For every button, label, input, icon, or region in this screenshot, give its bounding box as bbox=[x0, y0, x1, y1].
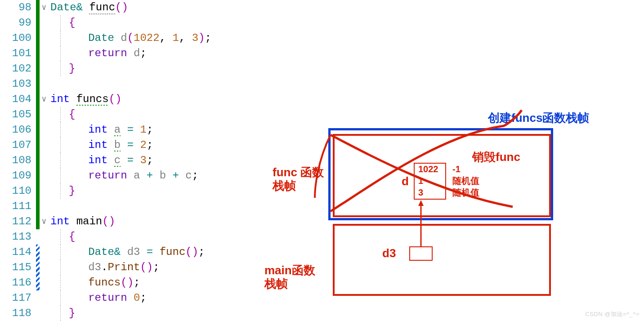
line-number: 100 bbox=[0, 31, 36, 46]
line-number: 111 bbox=[0, 199, 36, 214]
code-line: 118 } bbox=[0, 306, 644, 321]
line-number: 116 bbox=[0, 275, 36, 290]
code-line: 109 return a + b + c; bbox=[0, 168, 644, 183]
code-line: 113 { bbox=[0, 229, 644, 245]
code-line: 100 Date d(1022, 1, 3); bbox=[0, 31, 644, 46]
change-bar bbox=[36, 15, 40, 31]
fold-chevron-icon[interactable]: ∨ bbox=[40, 0, 49, 15]
line-number: 103 bbox=[0, 76, 36, 92]
code-line: 114 Date& d3 = func(); bbox=[0, 245, 644, 260]
line-number: 112 bbox=[0, 214, 36, 229]
line-number: 110 bbox=[0, 183, 36, 199]
line-number: 117 bbox=[0, 290, 36, 306]
line-number: 115 bbox=[0, 260, 36, 275]
code-line: 116 funcs(); bbox=[0, 275, 644, 290]
code-line: 117 return 0; bbox=[0, 290, 644, 306]
change-bar bbox=[36, 0, 40, 15]
line-number: 99 bbox=[0, 15, 36, 31]
line-number: 106 bbox=[0, 122, 36, 138]
fold-chevron-icon[interactable]: ∨ bbox=[40, 214, 49, 229]
line-number: 108 bbox=[0, 153, 36, 168]
code-line: 106 int a = 1; bbox=[0, 122, 644, 138]
code-line: 112 ∨ int main() bbox=[0, 214, 644, 229]
modified-bar bbox=[36, 245, 40, 260]
line-number: 98 bbox=[0, 0, 36, 15]
line-number: 113 bbox=[0, 229, 36, 245]
code-line: 110 } bbox=[0, 183, 644, 199]
code-line: 108 int c = 3; bbox=[0, 153, 644, 168]
line-number: 101 bbox=[0, 46, 36, 61]
code-line: 115 d3.Print(); bbox=[0, 260, 644, 275]
code-line: 107 int b = 2; bbox=[0, 138, 644, 153]
line-number: 109 bbox=[0, 168, 36, 183]
code-editor[interactable]: 98 ∨ Date& func() 99 { 100 Date d(1022, … bbox=[0, 0, 644, 321]
line-number: 107 bbox=[0, 138, 36, 153]
fold-chevron-icon[interactable]: ∨ bbox=[40, 92, 49, 107]
line-number: 104 bbox=[0, 92, 36, 107]
line-number: 114 bbox=[0, 245, 36, 260]
line-number: 105 bbox=[0, 107, 36, 122]
line-number: 118 bbox=[0, 306, 36, 321]
code-line: 111 bbox=[0, 199, 644, 214]
code-line: 104 ∨ int funcs() bbox=[0, 92, 644, 107]
code-content: Date& func() bbox=[49, 0, 128, 15]
code-line: 98 ∨ Date& func() bbox=[0, 0, 644, 15]
code-line: 99 { bbox=[0, 15, 644, 31]
code-line: 102 } bbox=[0, 61, 644, 76]
line-number: 102 bbox=[0, 61, 36, 76]
code-line: 103 bbox=[0, 76, 644, 92]
code-line: 101 return d; bbox=[0, 46, 644, 61]
code-line: 105 { bbox=[0, 107, 644, 122]
